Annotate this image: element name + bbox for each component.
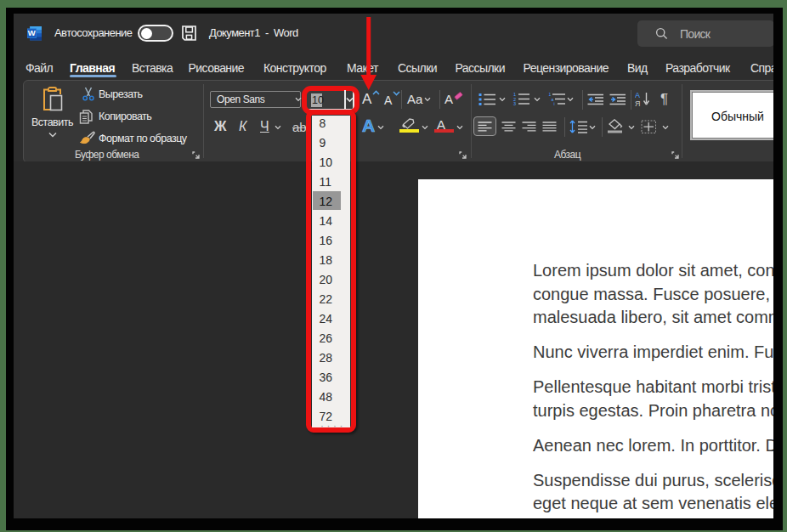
svg-text:i: i (554, 101, 555, 106)
svg-text:3: 3 (513, 101, 516, 106)
svg-text:Я: Я (635, 99, 641, 107)
svg-text:А: А (635, 91, 640, 99)
svg-text:W: W (28, 28, 36, 37)
